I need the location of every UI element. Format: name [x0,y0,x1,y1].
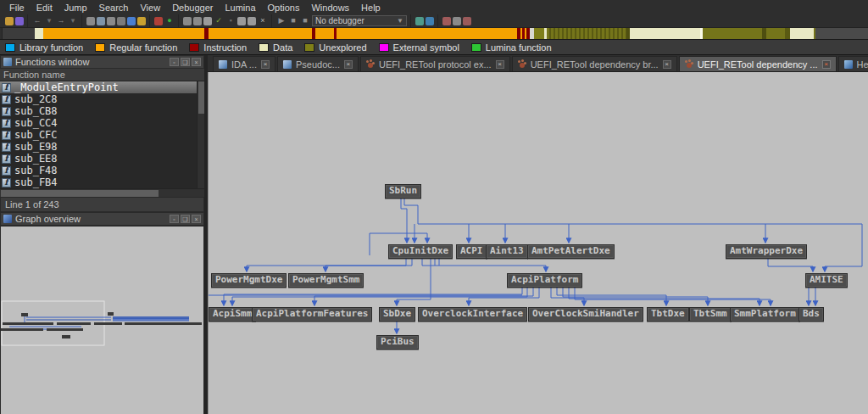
function-list-item[interactable]: f_ModuleEntryPoint [0,81,204,93]
navband-segment[interactable] [3,28,35,39]
menu-item-view[interactable]: View [134,1,166,14]
tab-ida[interactable]: IDA ...× [213,56,275,71]
graph-node-acpiplatform[interactable]: AcpiPlatform [507,273,582,288]
function-list-item[interactable]: fsub_FB4 [0,176,204,188]
menu-item-search[interactable]: Search [93,1,135,14]
navband-segment[interactable] [337,28,517,39]
function-list-hscrollbar[interactable] [0,188,204,197]
back-dropdown-icon[interactable]: ▾ [44,16,54,26]
navband-segment[interactable] [534,28,544,39]
tab-close-icon[interactable]: × [261,60,270,69]
graph-node-cpuinitdxe[interactable]: CpuInitDxe [388,244,453,259]
restore-icon[interactable]: ▫ [170,215,179,223]
function-list-item[interactable]: fsub_CFC [0,129,204,141]
pencil-icon[interactable] [237,17,246,25]
lumina-icon[interactable]: ● [164,16,175,26]
graph-node-bds[interactable]: Bds [798,307,824,322]
back-icon[interactable]: ← [32,16,42,26]
dependency-graph-view[interactable]: SbRunCpuInitDxeACPIAint13AmtPetAlertDxeA… [208,72,868,414]
dot-icon[interactable]: ▪ [225,16,236,26]
function-name-column-header[interactable]: Function name [0,69,204,81]
colors-icon[interactable] [154,17,163,25]
graph-node-aint13[interactable]: Aint13 [486,244,528,259]
graph-node-amitse[interactable]: AMITSE [805,273,848,288]
delete-icon[interactable]: × [258,16,268,26]
step-into-icon[interactable] [426,17,434,25]
navband-segment[interactable] [209,28,312,39]
pause-icon[interactable]: ■ [288,16,298,26]
function-list-item[interactable]: fsub_EE8 [0,153,204,165]
tab-uefi-retool-protocol-ex[interactable]: UEFI_RETool protocol ex...× [360,56,510,71]
flag-icon[interactable] [463,17,471,25]
menu-item-file[interactable]: File [3,1,31,14]
navband-segment[interactable] [630,28,700,39]
menu-item-help[interactable]: Help [355,1,387,14]
tab-close-icon[interactable]: × [663,60,671,69]
list2-icon[interactable] [193,17,202,25]
navband-segment[interactable] [766,28,785,39]
function-list-item[interactable]: fsub_F48 [0,165,204,176]
function-list-vscrollbar[interactable] [197,81,204,188]
graph-node-sbdxe[interactable]: SbDxe [379,307,415,322]
graph-node-powermgmtdxe[interactable]: PowerMgmtDxe [211,273,287,288]
graph-node-pcibus[interactable]: PciBus [376,335,419,350]
menu-item-windows[interactable]: Windows [305,1,355,14]
tab-uefi-retool-dependency[interactable]: UEFI_RETool dependency ...× [679,56,837,71]
pen-icon[interactable] [127,17,136,25]
function-list-item[interactable]: fsub_CB8 [0,105,204,117]
menu-item-options[interactable]: Options [262,1,306,14]
graph-node-tbtdxe[interactable]: TbtDxe [647,307,689,322]
graph-node-tbtsmm[interactable]: TbtSmm [689,307,732,322]
navband-segment[interactable] [547,28,626,39]
tab-hex[interactable]: Hex ...× [838,56,868,71]
open-folder-icon[interactable] [5,17,14,25]
save-icon[interactable] [15,17,24,25]
graph-node-sbrun[interactable]: SbRun [385,184,421,199]
tab-uefi-retool-dependency-br[interactable]: UEFI_RETool dependency br...× [512,56,677,71]
tab-close-icon[interactable]: × [822,60,831,69]
paste-icon[interactable] [97,17,105,25]
graph-node-amtwrapperdxe[interactable]: AmtWrapperDxe [726,244,807,259]
float-icon[interactable]: ❏ [181,58,190,66]
flashlight-icon[interactable] [137,17,146,25]
tab-close-icon[interactable]: × [496,60,504,69]
forward-icon[interactable]: → [56,16,66,26]
graph-node-acpi[interactable]: ACPI [456,244,487,259]
graph-node-overclockinterface[interactable]: OverclockInterface [418,307,527,322]
graph-node-amtpetalertdxe[interactable]: AmtPetAlertDxe [527,244,615,259]
binoculars-icon[interactable] [117,17,125,25]
graph-node-smmplatform[interactable]: SmmPlatform [730,307,800,322]
pencil2-icon[interactable] [248,17,256,25]
stop-icon[interactable]: ■ [300,16,310,26]
navband-segment[interactable] [790,28,814,39]
graph-overview-titlebar[interactable]: Graph overview ▫ ❏ × [0,212,204,226]
float-icon[interactable]: ❏ [181,215,190,223]
menu-item-debugger[interactable]: Debugger [166,1,219,14]
graph-overview-minimap[interactable] [0,226,204,414]
breakpoint-list-icon[interactable] [442,17,451,25]
functions-window-titlebar[interactable]: Functions window ▫ ❏ × [0,55,204,69]
graph-node-powermgmtsmm[interactable]: PowerMgmtSmm [288,273,364,288]
navband-segment[interactable] [35,28,43,39]
graph-node-acpiplatformfeatures[interactable]: AcpiPlatformFeatures [252,307,372,322]
step-over-icon[interactable] [415,17,424,25]
menu-item-edit[interactable]: Edit [31,1,58,14]
restore-icon[interactable]: ▫ [170,58,179,66]
function-list-item[interactable]: fsub_2C8 [0,93,204,105]
close-icon[interactable]: × [192,58,201,66]
copy-icon[interactable] [86,17,95,25]
function-list-item[interactable]: fsub_E98 [0,141,204,153]
navband-segment[interactable] [703,28,762,39]
tab-pseudoc[interactable]: Pseudoc...× [277,56,359,71]
check-icon[interactable]: ✓ [214,16,224,26]
debugger-select[interactable]: No debugger▼ [312,15,407,26]
function-list-item[interactable]: fsub_CC4 [0,117,204,129]
edit-list-icon[interactable] [203,17,212,25]
run-icon[interactable]: ▶ [276,16,287,26]
stack-icon[interactable] [453,17,461,25]
navband-segment[interactable] [815,28,868,39]
navband-segment[interactable] [315,28,334,39]
menu-item-jump[interactable]: Jump [58,1,93,14]
tab-close-icon[interactable]: × [344,60,353,69]
menu-item-lumina[interactable]: Lumina [219,1,261,14]
